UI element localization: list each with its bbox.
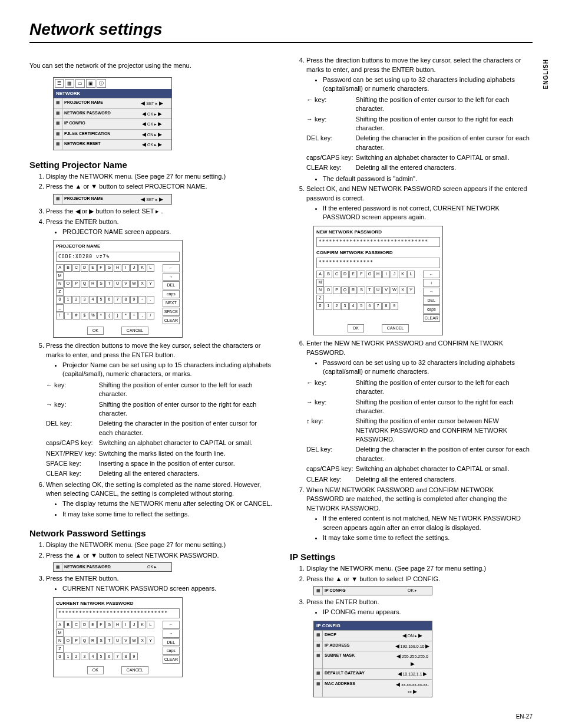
projector-name-osk: PROJECTOR NAME CODE:XD280 vz7% ABCDEFGHI… (53, 240, 183, 338)
projector-name-keys: ← key:Shifting the position of enter cur… (46, 380, 272, 479)
ip-heading: IP Settings (290, 551, 533, 563)
intro-text: You can set the network of the projector… (29, 61, 272, 70)
ip-step-1: Display the NETWORK menu. (See page 27 f… (306, 564, 533, 573)
pw-bullet-6: Password can be set using up to 32 chara… (323, 358, 533, 377)
password-heading: Network Password Settings (29, 527, 272, 539)
right-column: Press the direction buttons to move the … (290, 55, 533, 701)
osk-ok: OK (87, 666, 104, 674)
pw-step-7: When NEW NETWORK PASSWORD and CONFIRM NE… (306, 486, 533, 542)
new-password-osk: NEW NETWORK PASSWORD *******************… (313, 226, 443, 335)
pw-step-1: Display the NETWORK menu. (See page 27 f… (46, 541, 272, 549)
ip-bullet-3: IP CONFIG menu appears. (323, 608, 533, 617)
pn-bullet-4: PROJECTOR NAME screen appears. (62, 228, 272, 236)
osk-cancel: CANCEL (121, 666, 148, 674)
page-number: EN-27 (29, 713, 533, 721)
current-password-osk: CURRENT NETWORK PASSWORD ***************… (53, 597, 183, 677)
pw-step-2: Press the ▲ or ▼ button to select NETWOR… (46, 551, 272, 560)
osk-ok: OK (348, 324, 364, 332)
pn-step-5: Press the direction buttons to move the … (46, 341, 272, 379)
ip-step-2: Press the ▲ or ▼ button to select IP CON… (306, 575, 533, 584)
ip-config-row: ▦ IP CONFIG OK ▸ (313, 586, 432, 595)
pn-bullet-6a: The display returns the NETWORK menu aft… (62, 499, 272, 508)
pw-step-3: Press the ENTER button. CURRENT NETWORK … (46, 574, 272, 594)
pw-bullet-5: If the entered password is not correct, … (323, 204, 533, 222)
network-menu-header: NETWORK (54, 89, 171, 98)
pn-bullet-5: Projector Name can be set using up to 15… (62, 361, 272, 379)
pn-step-2: Press the ▲ or ▼ button to select PROJEC… (46, 182, 272, 191)
page-title: Network settings (29, 18, 533, 43)
pw-step-5: Select OK, and NEW NETWORK PASSWORD scre… (306, 185, 533, 222)
password-keys-4: ← key:Shifting the position of enter cur… (306, 95, 533, 173)
left-column: You can set the network of the projector… (29, 55, 272, 701)
osk-cancel: CANCEL (382, 324, 409, 332)
pw-bullet-7a: If the entered content is not matched, N… (323, 514, 533, 532)
osk-cancel: CANCEL (121, 327, 148, 335)
pw-bullet-3: CURRENT NETWORK PASSWORD screen appears. (62, 584, 272, 593)
pw-step-6: Enter the NEW NETWORK PASSWORD and CONFI… (306, 339, 533, 377)
pn-step-3: Press the ◀ or ▶ button to select SET ▸ … (46, 207, 272, 216)
projector-name-row: ▦ PROJECTOR NAME ◀ SET ▸ ▶ (53, 194, 172, 205)
language-label: ENGLISH (542, 59, 550, 89)
osk-ok: OK (87, 327, 104, 335)
pw-bullet-7b: It may take some time to reflect the set… (323, 533, 533, 542)
pn-step-6: When selecting OK, the setting is comple… (46, 480, 272, 519)
projector-name-heading: Setting Projector Name (29, 159, 272, 171)
ip-config-menu: IP CONFIG ▦DHCP◀ ON ▸ ▶▦IP ADDRESS◀ 192.… (313, 621, 432, 697)
ip-step-3: Press the ENTER button. IP CONFIG menu a… (306, 598, 533, 617)
password-row: ▦ NETWORK PASSWORD OK ▸ (53, 562, 172, 572)
pw-step-4: Press the direction buttons to move the … (306, 56, 533, 94)
default-password: The default password is "admin". (323, 174, 533, 183)
pw-bullet-4: Password can be set using up to 32 chara… (323, 75, 533, 94)
network-menu: ☰▦▭▣ⓘ NETWORK ▦PROJECTOR NAME◀ SET ▸ ▶▦N… (53, 77, 172, 150)
pn-step-4: Press the ENTER button. PROJECTOR NAME s… (46, 218, 272, 237)
password-keys-6: ← key:Shifting the position of enter cur… (306, 378, 533, 485)
pn-step-1: Display the NETWORK menu. (See page 27 f… (46, 172, 272, 181)
pn-bullet-6b: It may take some time to reflect the set… (62, 510, 272, 519)
